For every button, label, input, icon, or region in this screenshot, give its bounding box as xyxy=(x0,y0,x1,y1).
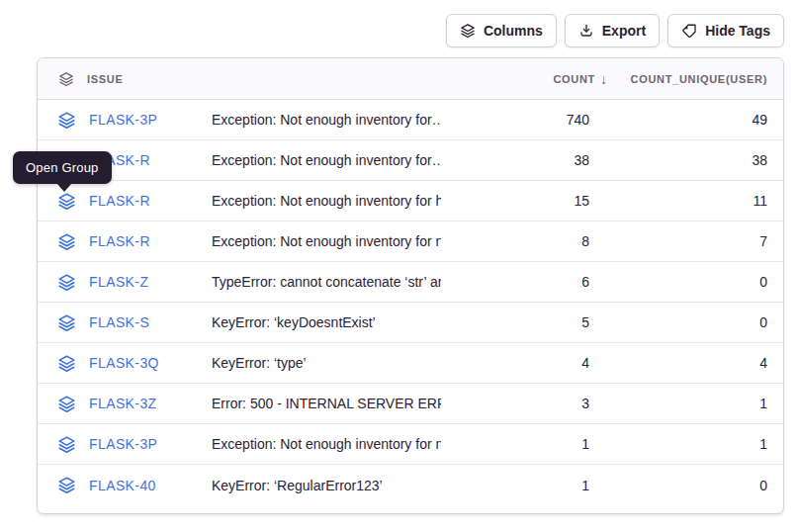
table-body: FLASK-3P Exception: Not enough inventory… xyxy=(38,100,783,505)
columns-button[interactable]: Columns xyxy=(446,14,557,47)
layers-icon[interactable] xyxy=(57,395,76,413)
count-value: 3 xyxy=(441,396,619,411)
table-row: FLASK-40 KeyError: ‘RegularError123’ 1 0 xyxy=(38,465,783,505)
layers-icon[interactable] xyxy=(57,354,76,373)
issue-title: TypeError: cannot concatenate ‘str’ an… xyxy=(212,274,441,290)
issue-link[interactable]: FLASK-R xyxy=(89,233,150,249)
issue-cell: FLASK-40 xyxy=(38,476,212,494)
issue-title: KeyError: ‘type’ xyxy=(212,355,441,371)
issue-cell: FLASK-3P xyxy=(38,435,212,454)
count-unique-value: 0 xyxy=(619,314,783,330)
issue-title: Exception: Not enough inventory for n… xyxy=(212,233,441,249)
layers-icon[interactable] xyxy=(57,111,76,130)
count-value: 6 xyxy=(441,274,619,290)
count-unique-value: 0 xyxy=(619,478,783,493)
issue-link[interactable]: FLASK-3P xyxy=(89,436,157,452)
table-row: FLASK-S KeyError: ‘keyDoesntExist’ 5 0 xyxy=(38,303,783,343)
issue-title: Exception: Not enough inventory for h… xyxy=(212,193,441,209)
export-button[interactable]: Export xyxy=(565,14,660,47)
issue-link[interactable]: FLASK-Z xyxy=(89,274,148,290)
count-unique-value: 1 xyxy=(619,396,783,411)
table-row: FLASK-R Exception: Not enough inventory … xyxy=(38,181,783,222)
count-unique-value: 4 xyxy=(619,355,783,371)
table-row: FLASK-R Exception: Not enough inventory … xyxy=(38,222,783,262)
issue-cell: FLASK-Z xyxy=(38,273,212,292)
issue-cell: FLASK-R xyxy=(38,232,212,251)
layers-icon[interactable] xyxy=(57,476,76,494)
count-value: 5 xyxy=(441,314,619,330)
count-value: 740 xyxy=(441,112,619,128)
results-table: ISSUE COUNT ↓ COUNT_UNIQUE(USER) FLASK-3… xyxy=(37,57,784,514)
download-icon xyxy=(578,23,594,39)
issue-cell: FLASK-3Z xyxy=(38,395,212,413)
table-row: FLASK-Z TypeError: cannot concatenate ‘s… xyxy=(38,262,783,303)
issue-column-label: ISSUE xyxy=(87,73,124,85)
issue-cell: FLASK-R xyxy=(38,192,212,211)
count-unique-value: 1 xyxy=(619,436,783,452)
issue-title: Exception: Not enough inventory for n… xyxy=(212,436,441,452)
count-value: 8 xyxy=(441,233,619,249)
issue-title: Exception: Not enough inventory for… xyxy=(212,112,441,128)
issue-title: Error: 500 - INTERNAL SERVER ERROR xyxy=(212,396,441,411)
table-row: FLASK-3Q KeyError: ‘type’ 4 4 xyxy=(38,343,783,384)
count-unique-value: 49 xyxy=(619,112,783,128)
sort-descending-icon: ↓ xyxy=(600,71,607,87)
hide-tags-button-label: Hide Tags xyxy=(705,23,770,39)
layers-icon[interactable] xyxy=(57,273,76,292)
layers-icon[interactable] xyxy=(57,313,76,332)
hide-tags-button[interactable]: Hide Tags xyxy=(667,14,784,47)
columns-button-label: Columns xyxy=(484,23,543,39)
count-unique-value: 7 xyxy=(619,233,783,249)
issue-link[interactable]: FLASK-S xyxy=(89,314,149,330)
count-column-header[interactable]: COUNT ↓ xyxy=(441,71,619,87)
issue-cell: FLASK-3P xyxy=(38,111,212,130)
layers-icon xyxy=(58,71,74,87)
layers-icon[interactable] xyxy=(57,435,76,454)
issue-cell: FLASK-3Q xyxy=(38,354,212,373)
open-group-tooltip-label: Open Group xyxy=(26,160,99,175)
layers-icon[interactable] xyxy=(57,232,76,251)
tooltip-caret-icon xyxy=(57,184,71,192)
open-group-tooltip: Open Group xyxy=(13,151,112,184)
issue-title: KeyError: ‘keyDoesntExist’ xyxy=(212,314,441,330)
table-row: FLASK-3P Exception: Not enough inventory… xyxy=(38,424,783,465)
issue-link[interactable]: FLASK-3Q xyxy=(89,355,159,371)
issue-link[interactable]: FLASK-3Z xyxy=(89,396,157,411)
count-value: 38 xyxy=(441,152,619,168)
count-unique-column-header[interactable]: COUNT_UNIQUE(USER) xyxy=(619,73,783,85)
table-row: FLASK-3Z Error: 500 - INTERNAL SERVER ER… xyxy=(38,384,783,424)
table-row: FLASK-3P Exception: Not enough inventory… xyxy=(38,100,783,140)
table-header: ISSUE COUNT ↓ COUNT_UNIQUE(USER) xyxy=(38,58,783,100)
layers-icon[interactable] xyxy=(57,192,76,211)
export-button-label: Export xyxy=(602,23,646,39)
count-unique-value: 11 xyxy=(619,193,783,209)
issue-cell: FLASK-S xyxy=(38,313,212,332)
count-value: 4 xyxy=(441,355,619,371)
count-column-label: COUNT xyxy=(553,73,595,85)
table-actions-toolbar: Columns Export Hide Tags xyxy=(446,14,784,47)
count-value: 15 xyxy=(441,193,619,209)
tag-icon xyxy=(681,23,697,39)
count-unique-value: 0 xyxy=(619,274,783,290)
issue-title: KeyError: ‘RegularError123’ xyxy=(212,478,441,493)
issue-link[interactable]: FLASK-R xyxy=(89,193,150,209)
count-value: 1 xyxy=(441,436,619,452)
count-value: 1 xyxy=(441,478,619,493)
issue-link[interactable]: FLASK-40 xyxy=(89,478,156,493)
issue-link[interactable]: FLASK-3P xyxy=(89,112,157,128)
layers-icon xyxy=(460,23,476,39)
count-unique-value: 38 xyxy=(619,152,783,168)
table-row: FLASK-R Exception: Not enough inventory … xyxy=(38,140,783,181)
issue-title: Exception: Not enough inventory for… xyxy=(212,152,441,168)
issue-column-header[interactable]: ISSUE xyxy=(38,71,441,87)
